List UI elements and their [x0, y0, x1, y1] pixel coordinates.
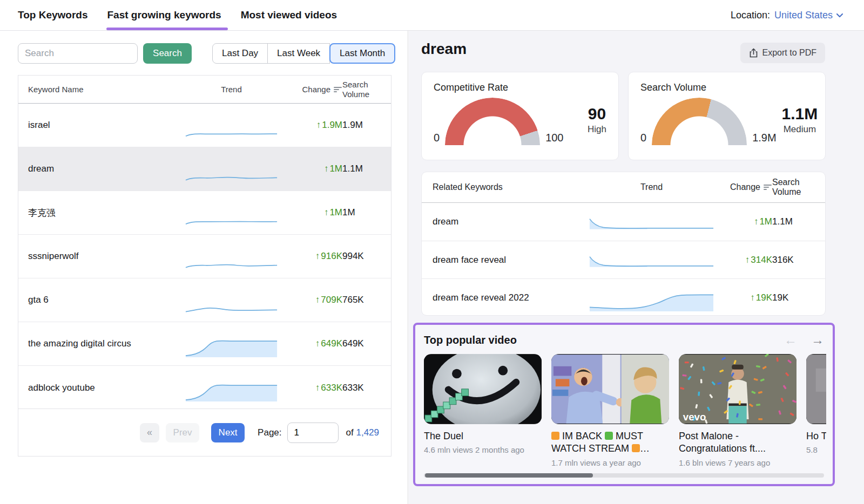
video-title: IM BACK MUST WATCH STREAM …	[551, 430, 669, 455]
video-meta: 5.8	[806, 445, 826, 454]
gauge-arc	[652, 98, 747, 145]
related-row-dream-face-reveal-2022[interactable]: dream face reveal 2022 ↑19K 19K	[422, 278, 825, 316]
carousel-prev-icon[interactable]: ←	[784, 332, 797, 348]
sort-icon[interactable]	[764, 184, 772, 190]
search-volume-value: 1M	[342, 207, 381, 218]
change-value: ↑1M	[279, 164, 342, 174]
export-pdf-button[interactable]: Export to PDF	[740, 43, 825, 63]
video-card-ho-to[interactable]: Ho TO 5.8	[806, 354, 826, 467]
filter-last-day[interactable]: Last Day	[212, 43, 268, 64]
change-value: ↑1M	[716, 216, 772, 227]
keyword-row-item[interactable]: 李克强 ↑1M 1M	[18, 191, 391, 235]
tab-most-viewed-videos[interactable]: Most viewed videos	[241, 0, 337, 30]
location-value[interactable]: United States	[774, 10, 843, 21]
gauge-card-competitive-rate: Competitive Rate 0 100 90 High	[421, 72, 619, 160]
export-icon	[749, 48, 758, 58]
gauge-max: 1.9M	[752, 132, 776, 145]
keyword-row-gta-6[interactable]: gta 6 ↑709K 765K	[18, 278, 391, 322]
search-button[interactable]: Search	[143, 43, 192, 64]
gauge-card-search-volume: Search Volume 0 1.9M 1.1M Medium	[628, 72, 826, 160]
keyword-row-adblock-youtube[interactable]: adblock youtube ↑633K 633K	[18, 366, 391, 410]
col-change[interactable]: Change	[716, 182, 772, 192]
prev-page-button[interactable]: Prev	[166, 423, 199, 442]
trend-sparkline	[184, 161, 279, 183]
thumb-imback-art	[551, 354, 669, 424]
col-search-volume: Search Volume	[772, 178, 814, 197]
videos-title: Top popular video	[424, 334, 517, 346]
page-total: of 1,429	[346, 427, 379, 438]
trend-cell	[588, 279, 716, 316]
keyword-row-sssniperwolf[interactable]: sssniperwolf ↑916K 994K	[18, 235, 391, 278]
top-tabs: Top KeywordsFast growing keywordsMost vi…	[18, 0, 337, 30]
video-meta: 1.6 bln views 7 years ago	[679, 458, 796, 467]
search-volume-value: 765K	[342, 295, 381, 305]
video-card-the-duel[interactable]: The Duel 4.6 mln views 2 months ago	[424, 354, 542, 467]
gauge-arc	[445, 98, 540, 145]
keyword-row-dream[interactable]: dream ↑1M 1.1M	[18, 147, 391, 191]
video-thumbnail[interactable]	[424, 354, 542, 424]
col-related-keywords: Related Keywords	[433, 182, 588, 192]
trend-cell	[184, 104, 279, 147]
trend-sparkline	[184, 205, 279, 227]
video-thumbnail[interactable]	[551, 354, 669, 424]
keyword-detail-panel: dream Export to PDF Competitive Rate 0 1…	[409, 31, 864, 504]
search-volume-value: 1.1M	[772, 216, 814, 227]
detail-title: dream	[421, 40, 467, 58]
col-change-label: Change	[730, 182, 760, 192]
gauge-min: 0	[640, 132, 646, 145]
change-value: ↑709K	[279, 295, 342, 305]
top-popular-video-section: Top popular video ← → The Duel 4.6 mln v…	[413, 323, 835, 486]
trend-cell	[184, 235, 279, 278]
carousel-next-icon[interactable]: →	[811, 332, 824, 348]
keyword-row-israel[interactable]: israel ↑1.9M 1.9M	[18, 104, 391, 147]
filter-last-week[interactable]: Last Week	[267, 43, 330, 64]
gauge-cards: Competitive Rate 0 100 90 High Search Vo…	[421, 72, 826, 160]
video-card-post-malone-congratulations-ft[interactable]: vevo Post Malone - Congratulations ft...…	[679, 354, 796, 467]
related-body: dream ↑1M 1.1Mdream face reveal ↑314K 31…	[422, 203, 825, 316]
up-arrow-icon: ↑	[324, 164, 329, 174]
tab-top-keywords[interactable]: Top Keywords	[18, 0, 88, 30]
up-arrow-icon: ↑	[324, 207, 329, 217]
table-header: Keyword Name Trend Change Search Volume	[18, 76, 391, 104]
first-page-button[interactable]: «	[140, 423, 159, 442]
green-square-emoji	[605, 432, 613, 440]
search-volume-value: 994K	[342, 251, 381, 262]
trend-cell	[184, 278, 279, 322]
orange-square-emoji	[632, 444, 640, 452]
search-volume-value: 19K	[772, 292, 814, 303]
chevron-down-icon	[836, 13, 843, 18]
related-row-dream-face-reveal[interactable]: dream face reveal ↑314K 316K	[422, 241, 825, 278]
trend-sparkline	[184, 336, 279, 358]
total-pages: 1,429	[356, 427, 379, 438]
video-thumbnail[interactable]	[806, 354, 826, 424]
sort-icon[interactable]	[334, 86, 342, 93]
scrollbar-thumb[interactable]	[425, 473, 593, 478]
up-arrow-icon: ↑	[315, 251, 320, 261]
related-row-dream[interactable]: dream ↑1M 1.1M	[422, 203, 825, 241]
time-filter-group: Last DayLast WeekLast Month	[212, 43, 395, 64]
keyword-name: israel	[28, 120, 184, 131]
change-value: ↑1M	[279, 207, 342, 218]
up-arrow-icon: ↑	[754, 216, 759, 227]
change-value: ↑314K	[716, 255, 772, 265]
search-input[interactable]	[18, 43, 138, 64]
page-number-input[interactable]	[287, 423, 339, 443]
next-page-button[interactable]: Next	[211, 423, 245, 442]
up-arrow-icon: ↑	[750, 292, 755, 303]
keyword-row-the-amazing-digital-circus[interactable]: the amazing digital circus ↑649K 649K	[18, 322, 391, 366]
gauge-title: Search Volume	[640, 82, 813, 93]
keywords-table: Keyword Name Trend Change Search Volume …	[18, 75, 392, 457]
location-selector[interactable]: Location: United States	[731, 10, 843, 21]
table-body: israel ↑1.9M 1.9Mdream ↑1M 1.1M李克强 ↑1M 1…	[18, 104, 391, 410]
filter-last-month[interactable]: Last Month	[329, 43, 395, 64]
col-change[interactable]: Change	[279, 85, 342, 94]
video-title: The Duel	[424, 430, 542, 442]
related-header: Related Keywords Trend Change Search Vol…	[422, 172, 825, 203]
video-thumbnail[interactable]: vevo	[679, 354, 796, 424]
keyword-name: the amazing digital circus	[28, 338, 184, 349]
tab-fast-growing-keywords[interactable]: Fast growing keywords	[107, 0, 221, 30]
gauge-title: Competitive Rate	[434, 82, 606, 93]
search-volume-value: 633K	[342, 383, 381, 393]
carousel-scrollbar[interactable]	[424, 473, 824, 478]
video-card-im-back-must-watch-stream[interactable]: IM BACK MUST WATCH STREAM … 1.7 mln view…	[551, 354, 669, 467]
